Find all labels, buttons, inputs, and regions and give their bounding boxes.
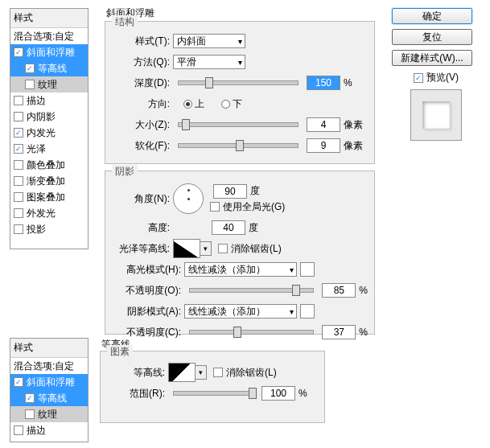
reset-button[interactable]: 复位 (392, 29, 472, 45)
style-label: 斜面和浮雕 (27, 376, 75, 389)
size-label: 大小(Z): (112, 118, 173, 132)
preview-checkbox[interactable] (414, 73, 423, 83)
right-panel: 确定 复位 新建样式(W)... 预览(V) (392, 8, 480, 146)
angle-input[interactable]: 90 (213, 184, 247, 199)
style-label: 描边 (27, 94, 46, 108)
style-label: 等高线 (38, 392, 67, 405)
shadow-mode-dropdown[interactable]: 线性减淡（添加） (184, 304, 297, 319)
style-label: 描边 (27, 424, 46, 438)
style-checkbox[interactable] (14, 377, 23, 387)
style-label: 斜面和浮雕 (27, 46, 75, 60)
style-label: 投影 (27, 223, 46, 236)
bevel-panel: 斜面和浮雕 结构 样式(T):内斜面 方法(Q):平滑 深度(D):150% 方… (100, 10, 381, 338)
highlight-mode-dropdown[interactable]: 线性减淡（添加） (184, 262, 297, 277)
style-item[interactable]: 渐变叠加 (10, 173, 88, 189)
direction-down-radio[interactable] (221, 100, 230, 109)
direction-up-radio[interactable] (183, 100, 192, 109)
style-checkbox[interactable] (25, 64, 35, 73)
style-dropdown[interactable]: 内斜面 (173, 34, 245, 48)
preview-box (410, 89, 462, 141)
style-item[interactable]: 斜面和浮雕 (10, 44, 88, 60)
contour-dropdown[interactable]: ▾ (196, 365, 207, 380)
style-checkbox[interactable] (25, 393, 35, 403)
contour-antialias-label: 消除锯齿(L) (226, 366, 277, 380)
gloss-contour-picker[interactable] (173, 239, 200, 258)
soften-input[interactable]: 9 (307, 138, 340, 153)
range-input[interactable]: 100 (261, 386, 295, 401)
style-label: 内阴影 (27, 110, 56, 124)
style-item[interactable]: 斜面和浮雕 (10, 374, 88, 390)
size-input[interactable]: 4 (307, 117, 340, 132)
blend-options-2[interactable]: 混合选项:自定 (10, 358, 88, 374)
style-checkbox[interactable] (14, 128, 23, 138)
blend-options-label: 混合选项:自定 (14, 30, 74, 43)
range-slider[interactable] (173, 391, 253, 396)
angle-dial[interactable] (173, 183, 204, 214)
size-slider[interactable] (178, 122, 299, 127)
ok-button[interactable]: 确定 (392, 8, 472, 24)
style-item[interactable]: 内阴影 (10, 109, 88, 125)
style-checkbox[interactable] (14, 144, 23, 154)
structure-title: 结构 (112, 15, 138, 29)
highlight-opacity-input[interactable]: 85 (322, 283, 356, 298)
shadow-opacity-input[interactable]: 37 (322, 325, 356, 339)
shadow-color-swatch[interactable] (300, 304, 315, 319)
style-item[interactable]: 外发光 (10, 205, 88, 221)
style-item[interactable]: 等高线 (10, 60, 88, 76)
gloss-contour-dropdown[interactable]: ▾ (200, 241, 212, 256)
style-checkbox[interactable] (14, 208, 23, 218)
style-item[interactable]: 图案叠加 (10, 189, 88, 205)
altitude-input[interactable]: 40 (212, 220, 245, 235)
style-item[interactable]: 纹理 (10, 76, 88, 92)
antialias-checkbox[interactable] (218, 244, 228, 253)
styles-header: 样式 (10, 9, 88, 28)
range-label: 范围(R): (107, 387, 168, 401)
shadow-group: 阴影 角度(N): 90度 使用全局光(G) 高度:40度 光泽等高线:▾消除锯… (105, 171, 375, 335)
method-dropdown[interactable]: 平滑 (173, 55, 245, 69)
style-item[interactable]: 投影 (10, 221, 88, 237)
style-item[interactable]: 颜色叠加 (10, 157, 88, 173)
blend-options-label-2: 混合选项:自定 (14, 360, 74, 373)
highlight-opacity-label: 不透明度(O): (112, 284, 184, 298)
style-checkbox[interactable] (14, 192, 23, 202)
soften-label: 软化(F): (112, 139, 173, 153)
angle-label: 角度(N): (112, 192, 173, 206)
style-label: 渐变叠加 (27, 175, 65, 188)
style-item[interactable]: 光泽 (10, 141, 88, 157)
style-item[interactable]: 纹理 (10, 406, 88, 422)
method-label: 方法(Q): (112, 55, 173, 69)
soften-slider[interactable] (178, 143, 299, 148)
style-checkbox[interactable] (25, 80, 35, 89)
style-checkbox[interactable] (14, 425, 23, 435)
style-label: 等高线 (38, 62, 67, 76)
preview-swatch (422, 101, 450, 129)
new-style-button[interactable]: 新建样式(W)... (392, 50, 472, 66)
style-item[interactable]: 内发光 (10, 125, 88, 141)
global-light-checkbox[interactable] (210, 202, 220, 212)
style-label: 内发光 (27, 126, 56, 140)
depth-slider[interactable] (178, 80, 299, 85)
style-checkbox[interactable] (14, 96, 23, 105)
shadow-opacity-slider[interactable] (189, 330, 314, 335)
style-item[interactable]: 描边 (10, 422, 88, 438)
style-checkbox[interactable] (25, 409, 35, 419)
style-checkbox[interactable] (14, 112, 23, 121)
style-label: 图案叠加 (27, 191, 65, 204)
style-item[interactable]: 描边 (10, 92, 88, 109)
antialias-label: 消除锯齿(L) (231, 242, 282, 256)
highlight-opacity-slider[interactable] (189, 288, 314, 293)
highlight-mode-label: 高光模式(H): (112, 263, 184, 277)
contour-picker[interactable] (168, 363, 196, 382)
style-label: 颜色叠加 (27, 158, 65, 172)
highlight-color-swatch[interactable] (300, 262, 315, 277)
style-checkbox[interactable] (14, 160, 23, 170)
style-item[interactable]: 等高线 (10, 390, 88, 406)
blend-options[interactable]: 混合选项:自定 (10, 28, 88, 44)
contour-antialias-checkbox[interactable] (213, 368, 223, 377)
style-checkbox[interactable] (14, 224, 23, 234)
style-checkbox[interactable] (14, 176, 23, 186)
depth-input[interactable]: 150 (307, 76, 340, 90)
styles-panel-bottom: 样式 混合选项:自定 斜面和浮雕等高线纹理描边 (10, 338, 89, 442)
contour-element-group: 图素 等高线:▾消除锯齿(L) 范围(R):100% (100, 351, 325, 423)
style-checkbox[interactable] (14, 47, 23, 57)
